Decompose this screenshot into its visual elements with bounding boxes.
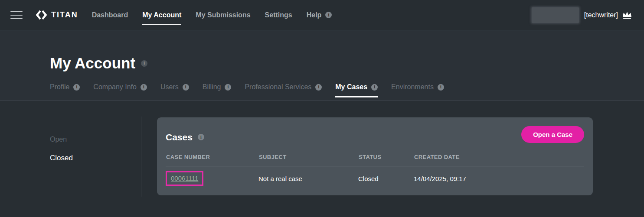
info-icon[interactable] xyxy=(315,84,322,91)
info-icon[interactable] xyxy=(141,60,147,67)
cell-subject: Not a real case xyxy=(258,175,358,182)
user-area: [techwriter] xyxy=(532,7,633,23)
account-tabs: Profile Company Info Users Billing Profe… xyxy=(50,83,644,97)
nav-item-my-submissions[interactable]: My Submissions xyxy=(196,11,250,19)
tab-professional-services[interactable]: Professional Services xyxy=(245,83,322,97)
info-icon[interactable] xyxy=(225,84,231,91)
cases-table-header: CASE NUMBER SUBJECT STATUS CREATED DATE xyxy=(166,154,584,166)
tab-profile[interactable]: Profile xyxy=(50,83,80,97)
tab-environments[interactable]: Environments xyxy=(391,83,444,97)
nav-item-my-account[interactable]: My Account xyxy=(142,11,181,19)
tab-my-cases[interactable]: My Cases xyxy=(335,83,378,97)
tab-users[interactable]: Users xyxy=(160,83,189,97)
cases-panel: Cases Open a Case CASE NUMBER SUBJECT ST… xyxy=(157,117,593,195)
brand-name: TITAN xyxy=(51,10,78,19)
annotation-highlight-box: 00061111 xyxy=(166,171,203,186)
crown-icon xyxy=(621,10,633,20)
info-icon[interactable] xyxy=(198,134,204,140)
info-icon[interactable] xyxy=(325,12,332,18)
top-navbar: TITAN Dashboard My Account My Submission… xyxy=(0,0,644,30)
hamburger-menu-icon[interactable] xyxy=(10,11,23,19)
column-header-status: STATUS xyxy=(359,154,414,160)
table-row: 00061111 Not a real case Closed 14/04/20… xyxy=(166,166,584,186)
nav-item-dashboard[interactable]: Dashboard xyxy=(92,11,128,19)
cases-table: CASE NUMBER SUBJECT STATUS CREATED DATE … xyxy=(166,154,584,186)
info-icon[interactable] xyxy=(371,84,378,91)
case-number-link[interactable]: 00061111 xyxy=(171,175,198,182)
titan-logo-icon xyxy=(36,10,47,20)
info-icon[interactable] xyxy=(73,84,80,91)
cases-panel-title: Cases xyxy=(166,132,193,143)
cell-created-date: 14/04/2025, 09:17 xyxy=(414,175,584,182)
column-header-case-number: CASE NUMBER xyxy=(166,154,259,160)
page-title: My Account xyxy=(50,55,135,72)
main-nav: Dashboard My Account My Submissions Sett… xyxy=(92,11,332,19)
content-area: Open Closed Cases Open a Case CASE NUMBE… xyxy=(0,101,644,217)
sidebar-item-open[interactable]: Open xyxy=(50,136,141,143)
user-role-label: [techwriter] xyxy=(584,11,618,19)
tab-company-info[interactable]: Company Info xyxy=(93,83,147,97)
page-header: My Account Profile Company Info Users Bi… xyxy=(0,30,644,101)
info-icon[interactable] xyxy=(141,84,147,91)
sidebar-item-closed[interactable]: Closed xyxy=(50,154,141,162)
info-icon[interactable] xyxy=(438,84,444,91)
info-icon[interactable] xyxy=(183,84,189,91)
tab-billing[interactable]: Billing xyxy=(203,83,232,97)
case-filter-sidebar: Open Closed xyxy=(0,101,141,217)
open-a-case-button[interactable]: Open a Case xyxy=(521,126,584,143)
titan-logo[interactable]: TITAN xyxy=(36,10,78,20)
nav-item-settings[interactable]: Settings xyxy=(265,11,292,19)
redacted-username xyxy=(532,7,579,23)
vertical-divider xyxy=(141,117,141,197)
column-header-created-date: CREATED DATE xyxy=(414,154,584,160)
nav-item-help[interactable]: Help xyxy=(307,11,322,19)
column-header-subject: SUBJECT xyxy=(259,154,359,160)
page: TITAN Dashboard My Account My Submission… xyxy=(0,0,644,217)
cell-status: Closed xyxy=(358,175,414,182)
